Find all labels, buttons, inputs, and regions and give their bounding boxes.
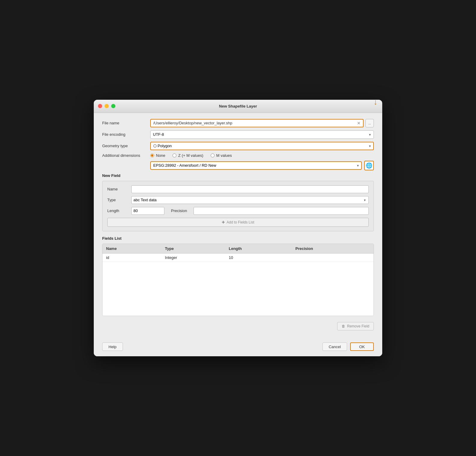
geometry-type-label: Geometry type [102, 144, 150, 148]
dimension-m-label: M values [216, 153, 232, 158]
remove-field-button[interactable]: 🗑 Remove Field [337, 322, 374, 330]
dimension-none-label: None [156, 153, 165, 158]
fields-table-header: Name Type Length Precision [102, 244, 374, 254]
dimension-z-radio[interactable] [172, 154, 176, 157]
crs-globe-button[interactable]: 🌐 [364, 161, 374, 170]
file-name-text: /Users/ellieroy/Desktop/new_vector_layer… [153, 121, 355, 125]
file-name-input-wrap: /Users/ellieroy/Desktop/new_vector_layer… [150, 119, 364, 127]
col-precision-header: Precision [292, 244, 374, 254]
close-button[interactable] [98, 104, 102, 108]
remove-field-icon: 🗑 [342, 324, 345, 328]
file-encoding-select[interactable]: UTF-8 Latin-1 UTF-16 [150, 130, 374, 139]
dialog-content: File name /Users/ellieroy/Desktop/new_ve… [94, 113, 382, 339]
col-length-header: Length [225, 244, 292, 254]
file-name-row: File name /Users/ellieroy/Desktop/new_ve… [102, 119, 374, 127]
cancel-button[interactable]: Cancel [322, 342, 347, 351]
nf-type-select[interactable]: abc Text data 123 Integer 1.0 Float Date… [131, 196, 369, 204]
nf-type-select-wrap: abc Text data 123 Integer 1.0 Float Date… [131, 196, 369, 204]
geometry-type-select[interactable]: Point Line ⬡ Polygon MultiPoint MultiLin… [150, 142, 374, 150]
nf-length-precision-group: 80 Precision [131, 207, 369, 215]
nf-name-label: Name [107, 187, 131, 191]
dimensions-row: Additional dimensions None Z (+ M values… [102, 153, 374, 158]
dimension-none-option[interactable]: None [150, 153, 165, 158]
file-name-label: File name [102, 121, 150, 125]
fields-list-box: Name Type Length Precision id Integer 10 [102, 244, 374, 316]
crs-select[interactable]: EPSG:28992 - Amersfoort / RD New EPSG:43… [150, 161, 362, 170]
ok-button[interactable]: OK [350, 342, 374, 351]
file-browse-button[interactable]: ... [365, 119, 374, 127]
table-row[interactable]: id Integer 10 [102, 253, 374, 262]
empty-area [102, 262, 374, 316]
add-fields-icon: ✚ [222, 220, 225, 224]
dimensions-label: Additional dimensions [102, 153, 150, 158]
window-title: New Shapefile Layer [219, 104, 257, 108]
add-fields-label: Add to Fields List [227, 220, 254, 224]
new-field-section-title: New Field [102, 173, 374, 178]
main-window: New Shapefile Layer ↓ File name /Users/e… [94, 100, 382, 357]
col-type-header: Type [161, 244, 225, 254]
dimensions-radio-group: None Z (+ M values) M values [150, 153, 374, 158]
geometry-type-row: Geometry type Point Line ⬡ Polygon Multi… [102, 142, 374, 150]
new-field-box: Name Type abc Text data 123 Integer 1.0 … [102, 181, 374, 231]
field-name-cell: id [102, 253, 161, 262]
file-name-control: /Users/ellieroy/Desktop/new_vector_layer… [150, 119, 374, 127]
help-button[interactable]: Help [102, 342, 123, 351]
file-encoding-select-wrap: UTF-8 Latin-1 UTF-16 ▼ [150, 130, 374, 139]
dimension-m-radio[interactable] [211, 154, 215, 157]
minimize-button[interactable] [105, 104, 109, 108]
globe-icon: 🌐 [366, 162, 372, 169]
file-encoding-label: File encoding [102, 132, 150, 137]
nf-precision-label: Precision [171, 208, 187, 213]
nf-precision-input[interactable] [194, 207, 369, 215]
fields-header-row: Name Type Length Precision [102, 244, 374, 254]
dimension-z-option[interactable]: Z (+ M values) [172, 153, 203, 158]
remove-field-label: Remove Field [347, 324, 369, 328]
nf-name-input[interactable] [131, 185, 369, 193]
bottom-bar: Help Cancel OK [94, 339, 382, 356]
nf-name-row: Name [107, 185, 369, 193]
dimension-none-radio[interactable] [150, 154, 154, 157]
bottom-right-buttons: Cancel OK [322, 342, 374, 351]
dimension-z-label: Z (+ M values) [178, 153, 203, 158]
nf-length-input[interactable]: 80 [131, 207, 164, 215]
field-precision-cell [292, 253, 374, 262]
fields-table-body: id Integer 10 [102, 253, 374, 316]
file-name-clear-button[interactable]: ✕ [356, 120, 362, 126]
file-encoding-row: File encoding UTF-8 Latin-1 UTF-16 ▼ [102, 130, 374, 139]
maximize-button[interactable] [111, 104, 115, 108]
nf-length-label: Length [107, 208, 131, 213]
nf-length-precision-row: Length 80 Precision [107, 207, 369, 215]
fields-list-section-title: Fields List [102, 236, 374, 241]
table-empty-row [102, 262, 374, 316]
field-type-cell: Integer [161, 253, 225, 262]
geometry-type-select-wrap: Point Line ⬡ Polygon MultiPoint MultiLin… [150, 142, 374, 150]
nf-type-row: Type abc Text data 123 Integer 1.0 Float… [107, 196, 369, 204]
arrow-indicator: ↓ [374, 100, 377, 106]
nf-type-label: Type [107, 198, 131, 202]
fields-table: Name Type Length Precision id Integer 10 [102, 244, 374, 316]
window-controls [98, 104, 115, 108]
add-to-fields-button[interactable]: ✚ Add to Fields List [107, 218, 369, 227]
title-bar: New Shapefile Layer ↓ [94, 100, 382, 113]
dimension-m-option[interactable]: M values [211, 153, 232, 158]
col-name-header: Name [102, 244, 161, 254]
crs-row: EPSG:28992 - Amersfoort / RD New EPSG:43… [102, 161, 374, 170]
remove-field-area: 🗑 Remove Field [102, 320, 374, 333]
crs-select-wrap: EPSG:28992 - Amersfoort / RD New EPSG:43… [150, 161, 362, 170]
field-length-cell: 10 [225, 253, 292, 262]
